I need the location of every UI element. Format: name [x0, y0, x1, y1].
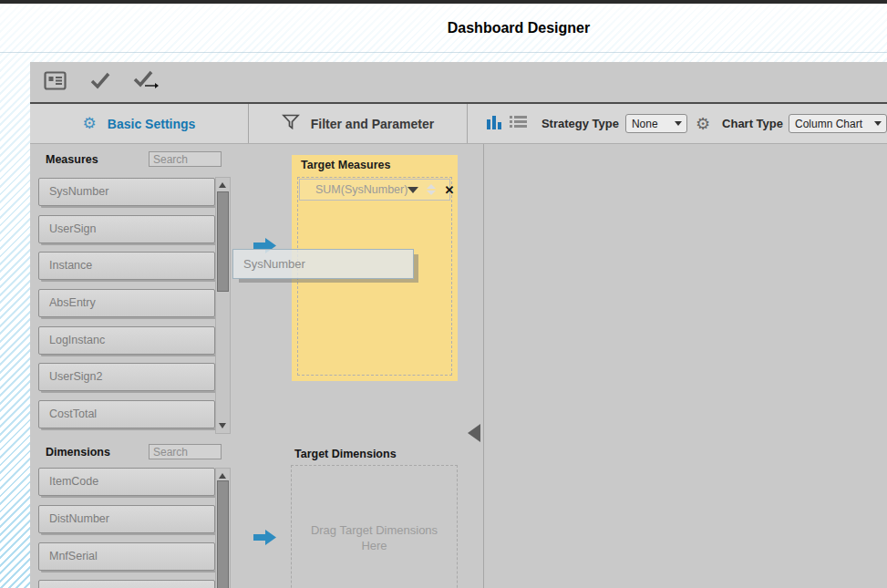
validate-run-button[interactable] [133, 69, 159, 95]
dragging-item[interactable]: SysNumber [232, 249, 414, 279]
dashboard-designer-app: ⚙ Basic Settings Filter and Parameter [30, 62, 887, 588]
chart-type-select[interactable]: Column Chart [789, 114, 887, 133]
measure-item[interactable]: UserSign [38, 215, 215, 243]
target-dimensions-dropzone[interactable]: Drag Target Dimensions Here [291, 465, 458, 588]
list-view-button[interactable] [510, 115, 527, 132]
dimension-item[interactable]: DistNumber [38, 505, 215, 533]
target-measure-pill[interactable]: SUM(SysNumber) ✕ [299, 179, 450, 201]
collapse-panel-handle[interactable] [468, 424, 480, 442]
scroll-up-icon[interactable] [219, 182, 226, 188]
tab-filter-and-parameter[interactable]: Filter and Parameter [248, 104, 468, 143]
strategy-type-label: Strategy Type [541, 117, 619, 130]
tab-basic-settings-label: Basic Settings [108, 117, 195, 131]
target-dimensions-hint: Drag Target Dimensions Here [302, 522, 448, 553]
tab-filter-and-parameter-label: Filter and Parameter [311, 117, 434, 131]
measures-search-input[interactable] [149, 151, 222, 167]
dimensions-scrollbar-thumb[interactable] [217, 480, 229, 588]
measures-scrollbar-thumb[interactable] [217, 191, 229, 292]
target-measure-value: SUM(SysNumber) [300, 183, 407, 196]
chart-controls-header: Strategy Type None ⚙ Chart Type Column C… [468, 104, 887, 143]
measure-item[interactable]: CostTotal [38, 400, 215, 428]
form-settings-icon [44, 71, 67, 94]
header-divider [0, 52, 887, 53]
toolbar [30, 62, 887, 102]
check-arrow-icon [133, 70, 159, 94]
list-icon [510, 115, 527, 132]
page-title: Dashboard Designer [0, 4, 887, 52]
measure-item[interactable]: LogInstanc [38, 326, 215, 355]
scroll-up-icon[interactable] [219, 473, 226, 479]
filter-icon [282, 114, 300, 133]
measures-scrollbar[interactable] [215, 177, 231, 434]
validate-button[interactable] [88, 69, 113, 95]
bar-chart-icon [486, 114, 502, 134]
target-measures-label: Target Measures [301, 159, 458, 171]
dimension-item[interactable]: ItemCode [38, 468, 215, 496]
strategy-settings-gear-icon[interactable]: ⚙ [696, 116, 710, 132]
sort-updown-icon[interactable] [427, 184, 436, 195]
dimensions-search-input[interactable] [149, 444, 222, 459]
chart-type-label: Chart Type [722, 117, 783, 130]
measure-item[interactable]: SysNumber [38, 178, 215, 206]
scroll-down-icon[interactable] [219, 423, 226, 428]
panel-header-row: ⚙ Basic Settings Filter and Parameter [30, 102, 887, 144]
strategy-type-select[interactable]: None [625, 114, 687, 133]
content-area: Measures SysNumber UserSign Instance Abs… [30, 144, 887, 588]
dimension-item-partial[interactable] [38, 580, 215, 588]
remove-measure-button[interactable]: ✕ [444, 184, 454, 196]
dimensions-scrollbar[interactable] [215, 468, 231, 588]
assign-dimension-arrow-icon [253, 529, 276, 546]
measure-item[interactable]: UserSign2 [38, 363, 215, 391]
tab-basic-settings[interactable]: ⚙ Basic Settings [30, 104, 248, 143]
measure-item[interactable]: Instance [38, 252, 215, 280]
check-icon [89, 71, 111, 93]
form-settings-button[interactable] [42, 69, 67, 95]
dimensions-label: Dimensions [46, 446, 110, 459]
measures-label: Measures [46, 153, 98, 166]
bar-chart-view-button[interactable] [486, 114, 502, 134]
gear-icon: ⚙ [83, 116, 97, 131]
dimension-item[interactable]: MnfSerial [38, 542, 215, 571]
chevron-down-icon[interactable] [407, 187, 418, 193]
target-dimensions-label: Target Dimensions [294, 448, 397, 460]
measure-item[interactable]: AbsEntry [38, 289, 215, 317]
